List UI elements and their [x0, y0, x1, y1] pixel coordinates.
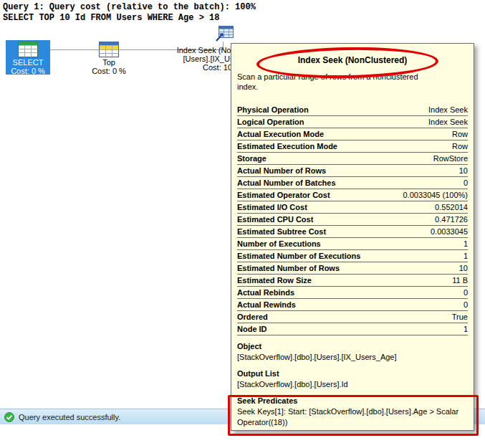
property-value: Row [452, 130, 468, 138]
property-label: Estimated I/O Cost [237, 203, 307, 211]
property-label: Node ID [237, 325, 267, 333]
tooltip-property-row: Estimated Operator Cost0.0033045 (100%) [237, 189, 468, 201]
property-value: 11 B [452, 276, 468, 285]
node-cost: Cost: 0 % [6, 67, 50, 75]
property-label: Actual Number of Rows [237, 166, 326, 175]
property-value: 0.0033045 [431, 227, 468, 236]
property-value: 0.0033045 (100%) [403, 191, 468, 199]
query-header-text: Query 1: Query cost (relative to the bat… [3, 2, 256, 24]
property-value: Index Seek [428, 118, 468, 126]
result-grid-icon [18, 42, 38, 57]
property-label: Actual Number of Batches [237, 178, 336, 187]
tooltip-property-row: Actual Execution ModeRow [237, 128, 468, 140]
tooltip-property-row: StorageRowStore [237, 153, 468, 165]
property-value: RowStore [433, 154, 468, 163]
tooltip-title: Index Seek (NonClustered) [237, 55, 468, 65]
property-label: Actual Execution Mode [237, 130, 324, 138]
tooltip-section-output-list: Output List [StackOverflow].[dbo].[Users… [237, 368, 468, 390]
plan-node-top[interactable]: Top Cost: 0 % [86, 42, 132, 75]
tooltip-property-row: Estimated Execution ModeRow [237, 140, 468, 153]
tooltip-property-row: Estimated Number of Executions1 [237, 250, 468, 262]
node-cost: Cost: 0 % [86, 67, 132, 75]
property-value: Index Seek [428, 105, 468, 114]
property-label: Physical Operation [237, 105, 309, 114]
section-value: Seek Keys[1]: Start: [StackOverflow].[db… [237, 406, 461, 428]
tooltip-property-row: Estimated Row Size11 B [237, 275, 468, 287]
property-label: Estimated Number of Executions [237, 252, 360, 260]
operator-tooltip: Index Seek (NonClustered) Scan a particu… [231, 43, 474, 431]
property-value: 10 [459, 264, 468, 272]
tooltip-properties-table: Physical OperationIndex SeekLogical Oper… [237, 104, 468, 335]
index-seek-icon [216, 26, 234, 42]
execution-plan-window: Query 1: Query cost (relative to the bat… [0, 0, 485, 448]
property-label: Estimated Number of Rows [237, 264, 340, 272]
node-label: SELECT [6, 58, 50, 67]
query-sql-line: SELECT TOP 10 Id FROM Users WHERE Age > … [3, 13, 219, 23]
tooltip-description: Scan a particular range of rows from a n… [237, 72, 439, 92]
tooltip-property-row: Estimated I/O Cost0.552014 [237, 201, 468, 214]
tooltip-property-row: Actual Number of Batches0 [237, 177, 468, 189]
status-message: Query executed successfully. [19, 413, 120, 421]
tooltip-property-row: Estimated Subtree Cost0.0033045 [237, 226, 468, 238]
property-value: 1 [464, 325, 468, 333]
property-value: 0 [464, 178, 468, 187]
tooltip-property-row: Node ID1 [237, 323, 468, 335]
section-header: Output List [237, 368, 468, 379]
property-value: 1 [464, 239, 468, 248]
tooltip-property-row: Actual Rewinds0 [237, 299, 468, 311]
section-header: Seek Predicates [237, 396, 468, 406]
plan-node-select[interactable]: SELECT Cost: 0 % [6, 40, 50, 75]
tooltip-property-row: Estimated CPU Cost0.471726 [237, 214, 468, 226]
property-value: True [452, 313, 468, 321]
property-label: Estimated Operator Cost [237, 191, 330, 199]
property-value: 0 [464, 300, 468, 309]
tooltip-property-row: Number of Executions1 [237, 238, 468, 250]
property-label: Logical Operation [237, 118, 304, 126]
property-value: 0 [464, 288, 468, 297]
property-label: Ordered [237, 313, 268, 321]
tooltip-property-row: Estimated Number of Rows10 [237, 262, 468, 275]
property-label: Actual Rebinds [237, 288, 294, 297]
property-value: Row [452, 142, 468, 151]
query-cost-line: Query 1: Query cost (relative to the bat… [3, 2, 256, 12]
section-header: Object [237, 341, 468, 352]
node-label: Top [86, 58, 132, 67]
property-value: 0.552014 [435, 203, 468, 211]
tooltip-property-row: Logical OperationIndex Seek [237, 116, 468, 128]
property-label: Actual Rewinds [237, 300, 296, 309]
property-label: Estimated Execution Mode [237, 142, 337, 151]
tooltip-property-row: Physical OperationIndex Seek [237, 104, 468, 116]
plan-node-indexseek-icon-wrap[interactable] [216, 26, 234, 44]
section-value: [StackOverflow].[dbo].[Users].Id [237, 379, 461, 390]
top-grid-icon [99, 42, 119, 57]
tooltip-property-row: Actual Rebinds0 [237, 287, 468, 299]
tooltip-section-object: Object [StackOverflow].[dbo].[Users].[IX… [237, 341, 468, 363]
tooltip-property-row: Actual Number of Rows10 [237, 165, 468, 177]
property-label: Estimated CPU Cost [237, 215, 313, 224]
tooltip-section-seek-predicates: Seek Predicates Seek Keys[1]: Start: [St… [237, 396, 468, 428]
property-label: Storage [237, 154, 266, 163]
property-label: Estimated Subtree Cost [237, 227, 326, 236]
property-value: 0.471726 [435, 215, 468, 224]
property-label: Number of Executions [237, 239, 321, 248]
tooltip-property-row: OrderedTrue [237, 311, 468, 323]
section-value: [StackOverflow].[dbo].[Users].[IX_Users_… [237, 352, 461, 363]
success-check-icon [4, 412, 14, 422]
property-label: Estimated Row Size [237, 276, 312, 285]
property-value: 1 [464, 252, 468, 260]
property-value: 10 [459, 166, 468, 175]
